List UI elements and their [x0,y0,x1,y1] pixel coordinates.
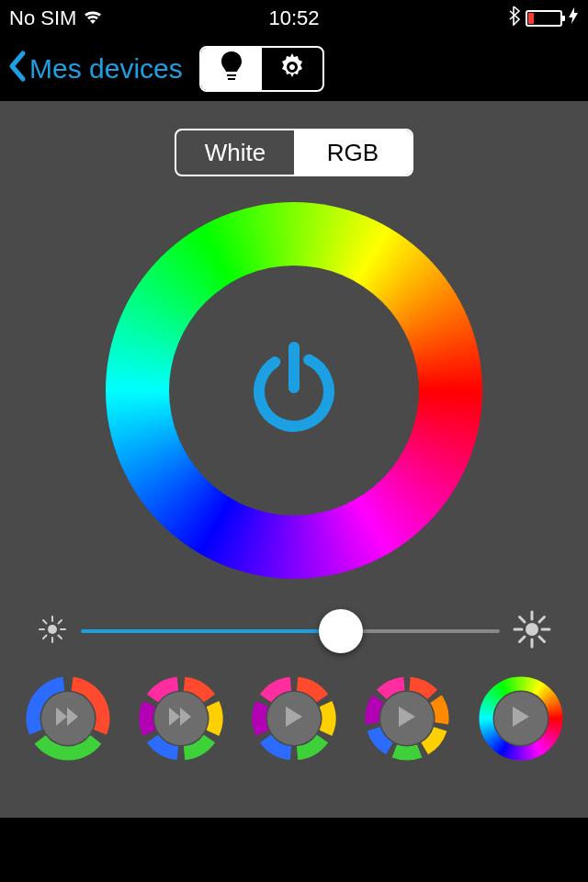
effect-presets-row [26,676,563,761]
svg-point-2 [48,625,57,634]
play-icon [510,705,532,732]
status-left: No SIM [9,6,199,30]
bluetooth-icon [507,6,520,31]
gear-icon [276,51,309,87]
brightness-high-icon [513,610,551,652]
carrier-label: No SIM [9,6,76,30]
fast-forward-icon [54,706,82,731]
preset-inner [494,692,548,745]
effect-preset-3[interactable] [252,676,336,761]
status-bar: No SIM 10:52 [0,0,588,37]
svg-line-10 [59,620,62,624]
charging-icon [568,6,579,30]
status-right [389,6,579,31]
power-icon [243,338,345,443]
chevron-left-icon [7,50,28,89]
view-light-tab[interactable] [201,48,262,90]
slider-thumb[interactable] [319,609,363,653]
effect-preset-5[interactable] [479,676,563,761]
effect-preset-4[interactable] [365,676,449,761]
battery-icon [526,10,562,27]
power-button[interactable] [169,266,419,515]
svg-line-9 [43,636,47,639]
svg-line-8 [59,636,62,639]
bottom-bar [0,818,588,882]
effect-preset-1[interactable] [26,676,110,761]
svg-line-16 [520,617,526,623]
preset-inner [380,692,434,745]
color-wheel[interactable] [106,202,482,579]
view-segmented-control [199,46,324,92]
back-label: Mes devices [29,53,183,85]
brightness-slider[interactable] [81,629,500,633]
clock: 10:52 [199,6,390,30]
fast-forward-icon [167,706,195,731]
svg-line-7 [43,620,47,624]
brightness-low-icon [37,614,68,649]
preset-inner [267,692,321,745]
play-icon [396,705,418,732]
bulb-icon [218,50,245,88]
preset-inner [154,692,208,745]
preset-inner [41,692,95,745]
nav-bar: Mes devices [0,37,588,101]
svg-point-11 [526,623,538,636]
mode-rgb-button[interactable]: RGB [294,130,412,175]
mode-segmented-control: White RGB [175,129,413,176]
main-content: White RGB [0,101,588,818]
play-icon [283,705,305,732]
svg-line-18 [520,637,526,642]
svg-line-19 [539,617,545,623]
color-wheel-ring[interactable] [106,202,482,579]
wifi-icon [82,6,104,30]
mode-white-button[interactable]: White [176,130,294,175]
brightness-slider-row [37,610,551,652]
view-settings-tab[interactable] [262,48,322,90]
back-button[interactable]: Mes devices [7,50,183,89]
effect-preset-2[interactable] [139,676,223,761]
svg-line-17 [539,637,545,642]
